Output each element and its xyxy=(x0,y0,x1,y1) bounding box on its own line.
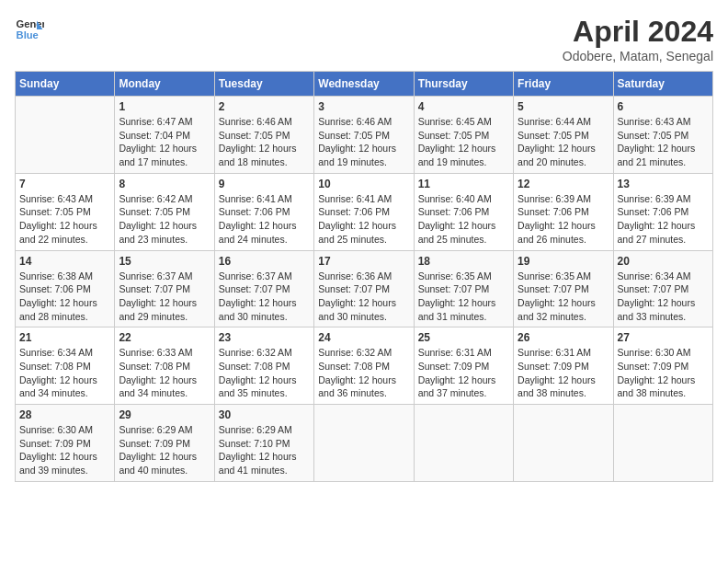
day-info: Sunrise: 6:41 AMSunset: 7:06 PMDaylight:… xyxy=(318,192,409,247)
day-info: Sunrise: 6:33 AMSunset: 7:08 PMDaylight:… xyxy=(119,346,210,400)
weekday-header-saturday: Saturday xyxy=(613,72,712,97)
weekday-header-tuesday: Tuesday xyxy=(214,72,313,97)
logo: General Blue xyxy=(15,15,44,44)
logo-icon: General Blue xyxy=(15,15,44,44)
day-number: 27 xyxy=(618,331,709,344)
calendar-cell: 2Sunrise: 6:46 AMSunset: 7:05 PMDaylight… xyxy=(214,97,313,174)
day-info: Sunrise: 6:43 AMSunset: 7:05 PMDaylight:… xyxy=(618,115,709,169)
day-number: 9 xyxy=(219,178,310,190)
day-info: Sunrise: 6:44 AMSunset: 7:05 PMDaylight:… xyxy=(518,115,609,169)
day-info: Sunrise: 6:30 AMSunset: 7:09 PMDaylight:… xyxy=(618,346,709,400)
weekday-header-monday: Monday xyxy=(115,72,214,97)
day-number: 4 xyxy=(418,100,509,113)
weekday-header-row: SundayMondayTuesdayWednesdayThursdayFrid… xyxy=(16,72,713,97)
calendar-cell: 15Sunrise: 6:37 AMSunset: 7:07 PMDayligh… xyxy=(115,250,214,327)
day-number: 6 xyxy=(618,100,709,113)
calendar-cell: 27Sunrise: 6:30 AMSunset: 7:09 PMDayligh… xyxy=(613,327,712,405)
day-number: 25 xyxy=(418,331,509,344)
location: Odobere, Matam, Senegal xyxy=(563,49,713,63)
day-number: 5 xyxy=(518,100,609,113)
calendar-cell xyxy=(514,405,613,482)
day-number: 28 xyxy=(19,408,110,421)
calendar-cell: 19Sunrise: 6:35 AMSunset: 7:07 PMDayligh… xyxy=(514,250,613,327)
calendar-cell: 13Sunrise: 6:39 AMSunset: 7:06 PMDayligh… xyxy=(613,173,712,250)
day-info: Sunrise: 6:39 AMSunset: 7:06 PMDaylight:… xyxy=(518,192,609,247)
day-info: Sunrise: 6:47 AMSunset: 7:04 PMDaylight:… xyxy=(119,115,210,169)
calendar-cell: 22Sunrise: 6:33 AMSunset: 7:08 PMDayligh… xyxy=(115,327,214,405)
day-info: Sunrise: 6:34 AMSunset: 7:08 PMDaylight:… xyxy=(19,346,110,400)
calendar-cell: 10Sunrise: 6:41 AMSunset: 7:06 PMDayligh… xyxy=(314,173,414,250)
svg-text:Blue: Blue xyxy=(17,29,39,40)
calendar-week-5: 28Sunrise: 6:30 AMSunset: 7:09 PMDayligh… xyxy=(16,405,713,482)
day-info: Sunrise: 6:41 AMSunset: 7:06 PMDaylight:… xyxy=(219,192,310,247)
day-info: Sunrise: 6:32 AMSunset: 7:08 PMDaylight:… xyxy=(318,346,409,400)
day-info: Sunrise: 6:31 AMSunset: 7:09 PMDaylight:… xyxy=(418,346,509,400)
calendar-cell: 5Sunrise: 6:44 AMSunset: 7:05 PMDaylight… xyxy=(514,97,613,174)
day-number: 2 xyxy=(219,100,310,113)
day-info: Sunrise: 6:29 AMSunset: 7:09 PMDaylight:… xyxy=(119,423,210,477)
calendar-cell xyxy=(414,405,513,482)
day-number: 16 xyxy=(219,255,310,268)
calendar-cell xyxy=(314,405,414,482)
weekday-header-friday: Friday xyxy=(514,72,613,97)
day-info: Sunrise: 6:35 AMSunset: 7:07 PMDaylight:… xyxy=(418,270,509,324)
day-number: 26 xyxy=(518,331,609,344)
day-number: 13 xyxy=(618,178,709,190)
title-block: April 2024 Odobere, Matam, Senegal xyxy=(563,15,713,63)
calendar-cell: 14Sunrise: 6:38 AMSunset: 7:06 PMDayligh… xyxy=(16,250,115,327)
calendar-cell: 8Sunrise: 6:42 AMSunset: 7:05 PMDaylight… xyxy=(115,173,214,250)
calendar-body: 1Sunrise: 6:47 AMSunset: 7:04 PMDaylight… xyxy=(16,97,713,482)
day-number: 10 xyxy=(318,178,409,190)
calendar-cell: 18Sunrise: 6:35 AMSunset: 7:07 PMDayligh… xyxy=(414,250,513,327)
day-number: 18 xyxy=(418,255,509,268)
day-number: 22 xyxy=(119,331,210,344)
calendar-cell: 30Sunrise: 6:29 AMSunset: 7:10 PMDayligh… xyxy=(214,405,313,482)
weekday-header-sunday: Sunday xyxy=(16,72,115,97)
day-info: Sunrise: 6:45 AMSunset: 7:05 PMDaylight:… xyxy=(418,115,509,169)
calendar-cell: 16Sunrise: 6:37 AMSunset: 7:07 PMDayligh… xyxy=(214,250,313,327)
day-info: Sunrise: 6:37 AMSunset: 7:07 PMDaylight:… xyxy=(219,270,310,324)
calendar-cell: 7Sunrise: 6:43 AMSunset: 7:05 PMDaylight… xyxy=(16,173,115,250)
day-number: 19 xyxy=(518,255,609,268)
calendar-cell: 24Sunrise: 6:32 AMSunset: 7:08 PMDayligh… xyxy=(314,327,414,405)
day-info: Sunrise: 6:34 AMSunset: 7:07 PMDaylight:… xyxy=(618,270,709,324)
day-number: 24 xyxy=(318,331,409,344)
day-info: Sunrise: 6:42 AMSunset: 7:05 PMDaylight:… xyxy=(119,192,210,247)
calendar-cell xyxy=(16,97,115,174)
day-info: Sunrise: 6:31 AMSunset: 7:09 PMDaylight:… xyxy=(518,346,609,400)
day-number: 21 xyxy=(19,331,110,344)
day-number: 8 xyxy=(119,178,210,190)
weekday-header-wednesday: Wednesday xyxy=(314,72,414,97)
calendar-cell: 26Sunrise: 6:31 AMSunset: 7:09 PMDayligh… xyxy=(514,327,613,405)
day-number: 3 xyxy=(318,100,409,113)
calendar-cell: 1Sunrise: 6:47 AMSunset: 7:04 PMDaylight… xyxy=(115,97,214,174)
calendar-cell: 20Sunrise: 6:34 AMSunset: 7:07 PMDayligh… xyxy=(613,250,712,327)
day-info: Sunrise: 6:32 AMSunset: 7:08 PMDaylight:… xyxy=(219,346,310,400)
calendar-cell: 3Sunrise: 6:46 AMSunset: 7:05 PMDaylight… xyxy=(314,97,414,174)
day-info: Sunrise: 6:35 AMSunset: 7:07 PMDaylight:… xyxy=(518,270,609,324)
day-info: Sunrise: 6:30 AMSunset: 7:09 PMDaylight:… xyxy=(19,423,110,477)
calendar-cell: 17Sunrise: 6:36 AMSunset: 7:07 PMDayligh… xyxy=(314,250,414,327)
calendar-cell: 6Sunrise: 6:43 AMSunset: 7:05 PMDaylight… xyxy=(613,97,712,174)
calendar-week-4: 21Sunrise: 6:34 AMSunset: 7:08 PMDayligh… xyxy=(16,327,713,405)
calendar-week-2: 7Sunrise: 6:43 AMSunset: 7:05 PMDaylight… xyxy=(16,173,713,250)
day-info: Sunrise: 6:36 AMSunset: 7:07 PMDaylight:… xyxy=(318,270,409,324)
day-info: Sunrise: 6:46 AMSunset: 7:05 PMDaylight:… xyxy=(219,115,310,169)
day-number: 23 xyxy=(219,331,310,344)
calendar-cell: 23Sunrise: 6:32 AMSunset: 7:08 PMDayligh… xyxy=(214,327,313,405)
day-info: Sunrise: 6:40 AMSunset: 7:06 PMDaylight:… xyxy=(418,192,509,247)
day-info: Sunrise: 6:38 AMSunset: 7:06 PMDaylight:… xyxy=(19,270,110,324)
weekday-header-thursday: Thursday xyxy=(414,72,513,97)
day-info: Sunrise: 6:39 AMSunset: 7:06 PMDaylight:… xyxy=(618,192,709,247)
calendar-week-3: 14Sunrise: 6:38 AMSunset: 7:06 PMDayligh… xyxy=(16,250,713,327)
calendar-table: SundayMondayTuesdayWednesdayThursdayFrid… xyxy=(15,71,713,482)
calendar-cell: 25Sunrise: 6:31 AMSunset: 7:09 PMDayligh… xyxy=(414,327,513,405)
calendar-cell: 9Sunrise: 6:41 AMSunset: 7:06 PMDaylight… xyxy=(214,173,313,250)
day-info: Sunrise: 6:46 AMSunset: 7:05 PMDaylight:… xyxy=(318,115,409,169)
day-number: 29 xyxy=(119,408,210,421)
day-number: 20 xyxy=(618,255,709,268)
calendar-header: SundayMondayTuesdayWednesdayThursdayFrid… xyxy=(16,72,713,97)
calendar-cell: 12Sunrise: 6:39 AMSunset: 7:06 PMDayligh… xyxy=(514,173,613,250)
calendar-cell: 21Sunrise: 6:34 AMSunset: 7:08 PMDayligh… xyxy=(16,327,115,405)
month-title: April 2024 xyxy=(563,15,713,49)
